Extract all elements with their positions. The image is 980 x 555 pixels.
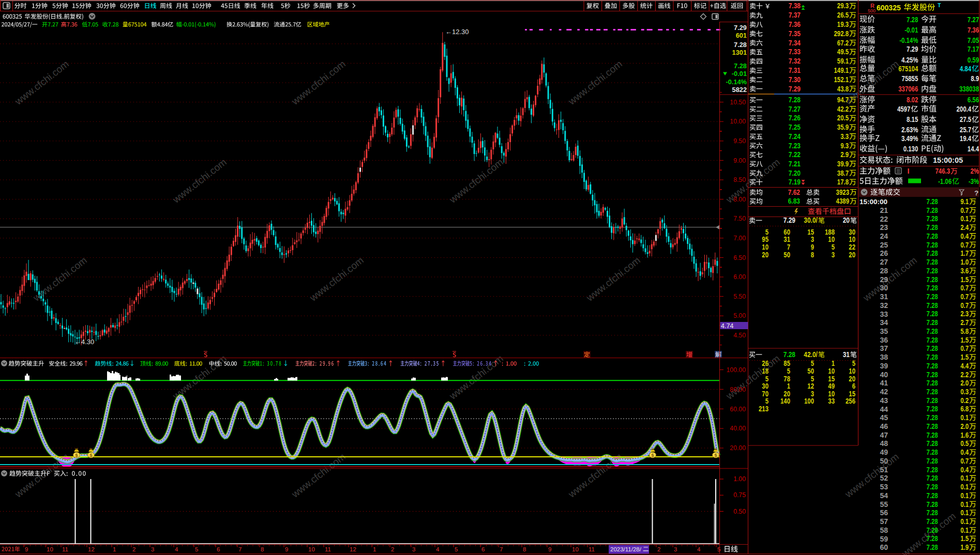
svg-text:4.50: 4.50 (733, 332, 746, 339)
svg-text:54: 54 (880, 491, 888, 500)
svg-text:7.27: 7.27 (968, 15, 979, 24)
svg-text:7.24: 7.24 (789, 132, 801, 141)
svg-text:0.75: 0.75 (733, 491, 746, 499)
svg-text:4.25%: 4.25% (901, 55, 918, 64)
svg-text:7.28: 7.28 (926, 327, 938, 335)
svg-text:292.8: 292.8 (834, 29, 849, 38)
svg-text:5.00: 5.00 (733, 312, 746, 319)
svg-text:0.1: 0.1 (960, 508, 969, 517)
svg-text:5822: 5822 (732, 86, 747, 94)
svg-text:10: 10 (308, 546, 315, 552)
svg-text:31: 31 (880, 292, 888, 301)
svg-text:7.28: 7.28 (926, 439, 938, 448)
svg-text:51: 51 (880, 466, 888, 474)
svg-text:20: 20 (762, 250, 768, 259)
svg-text:0.7: 0.7 (960, 292, 969, 301)
svg-text:48: 48 (880, 439, 888, 448)
svg-text:3.3: 3.3 (840, 132, 849, 141)
svg-text:7.62: 7.62 (788, 188, 801, 197)
svg-text:7.28: 7.28 (926, 206, 938, 214)
svg-text:6.83: 6.83 (788, 197, 801, 206)
svg-text:35: 35 (880, 327, 888, 335)
svg-text:7.28: 7.28 (783, 350, 796, 359)
svg-text:7.28: 7.28 (926, 361, 938, 370)
svg-text:7.28: 7.28 (926, 491, 938, 500)
svg-text:9.3: 9.3 (840, 141, 849, 150)
svg-text:30: 30 (880, 284, 888, 292)
svg-text:9.1: 9.1 (960, 197, 969, 206)
svg-text:4: 4 (436, 546, 440, 552)
svg-text:49: 49 (880, 448, 888, 456)
svg-text:8: 8 (523, 546, 526, 552)
svg-text:1.5: 1.5 (960, 353, 969, 362)
svg-text:7.28: 7.28 (926, 353, 938, 362)
svg-text:7.28: 7.28 (926, 318, 938, 327)
svg-text:2.2: 2.2 (960, 370, 969, 379)
svg-text:7.29: 7.29 (907, 45, 918, 54)
svg-text:7.28: 7.28 (926, 388, 938, 396)
svg-text:7.50: 7.50 (733, 215, 746, 222)
svg-text:-0.14%: -0.14% (726, 78, 747, 86)
svg-text:42.0/: 42.0/ (804, 350, 818, 359)
svg-text:7.28: 7.28 (926, 266, 938, 275)
svg-text:140: 140 (780, 397, 790, 406)
svg-text:7.26: 7.26 (789, 114, 801, 122)
svg-text:9: 9 (25, 546, 28, 552)
svg-text:4.84: 4.84 (960, 64, 972, 73)
svg-text:21: 21 (880, 206, 888, 214)
svg-text:0.4: 0.4 (960, 232, 969, 240)
svg-text:7.32: 7.32 (789, 57, 801, 66)
svg-text:7.21: 7.21 (789, 160, 801, 168)
svg-text:59: 59 (880, 535, 888, 543)
svg-text:27.5: 27.5 (960, 115, 972, 124)
svg-text:0.4: 0.4 (960, 465, 969, 474)
svg-text:80.00: 80.00 (730, 386, 746, 393)
svg-text:-0.01: -0.01 (732, 70, 747, 78)
svg-text:7.19: 7.19 (789, 178, 801, 187)
svg-text:46: 46 (880, 422, 888, 430)
svg-text:0.1: 0.1 (960, 474, 969, 483)
svg-text:-3%: -3% (969, 177, 979, 186)
svg-text:7.23: 7.23 (789, 141, 801, 150)
svg-text:12: 12 (350, 546, 356, 552)
svg-text:43: 43 (880, 396, 888, 405)
svg-text:200.4: 200.4 (957, 104, 972, 113)
svg-text:0.1: 0.1 (960, 500, 969, 508)
svg-text:0.7: 0.7 (960, 344, 969, 353)
svg-text:100.00: 100.00 (727, 366, 746, 374)
svg-text:41: 41 (880, 379, 888, 387)
svg-text:2: 2 (657, 546, 660, 552)
svg-text:7.28: 7.28 (926, 543, 938, 552)
svg-text:9: 9 (285, 546, 288, 552)
svg-text:40: 40 (880, 371, 888, 379)
svg-text:6.00: 6.00 (733, 273, 746, 281)
svg-text:8.50: 8.50 (733, 176, 746, 183)
svg-text:7.17: 7.17 (968, 45, 979, 54)
svg-text:7: 7 (500, 546, 503, 552)
svg-text:5.50: 5.50 (733, 293, 746, 300)
svg-text:38: 38 (880, 353, 888, 361)
svg-text:?: ? (974, 189, 978, 197)
svg-text:10.50: 10.50 (730, 99, 746, 106)
svg-text:50: 50 (880, 457, 888, 465)
svg-text:2.0: 2.0 (960, 422, 969, 430)
svg-text:7.28: 7.28 (926, 240, 938, 249)
svg-text:7.28: 7.28 (926, 430, 938, 439)
svg-text:7.37: 7.37 (789, 11, 801, 20)
svg-text:4.4: 4.4 (960, 361, 969, 370)
svg-text:0.2: 0.2 (960, 396, 969, 405)
svg-text:337066: 337066 (898, 85, 918, 94)
svg-text:4389: 4389 (836, 197, 849, 206)
svg-text:8.15: 8.15 (907, 115, 918, 124)
svg-text:37: 37 (880, 344, 888, 352)
svg-text:11: 11 (325, 546, 331, 552)
svg-text:59.1: 59.1 (837, 57, 849, 66)
svg-text:31: 31 (843, 350, 850, 359)
svg-text:32: 32 (880, 301, 888, 310)
svg-text:8.00: 8.00 (733, 196, 746, 203)
svg-text:12: 12 (88, 546, 95, 552)
svg-text:0.1: 0.1 (960, 517, 969, 526)
svg-text:0.7: 0.7 (960, 456, 969, 465)
svg-text:7.28: 7.28 (926, 483, 938, 491)
svg-text:14.4: 14.4 (968, 144, 979, 153)
